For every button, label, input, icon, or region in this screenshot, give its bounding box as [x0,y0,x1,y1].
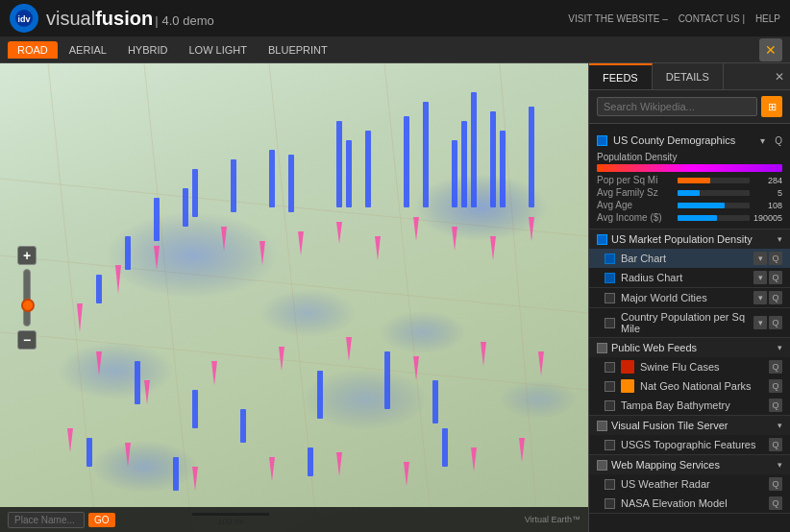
demographics-header[interactable]: US County Demographics ▾ Q [597,132,782,149]
search-input[interactable] [597,97,757,116]
radius-chart-checkbox[interactable] [605,273,615,283]
swine-flu-query-btn[interactable]: Q [769,360,782,374]
demographics-checkbox[interactable] [597,135,607,146]
svg-marker-59 [96,351,102,375]
vf-tile-chevron[interactable]: ▾ [778,421,782,430]
zoom-thumb [21,299,35,312]
feed-group-header-public-web[interactable]: Public Web Feeds ▾ [589,338,790,357]
contact-us-link[interactable]: CONTACT US [679,13,740,24]
demographics-settings-icon[interactable]: Q [775,135,782,146]
public-web-checkbox[interactable] [597,343,607,353]
usgs-checkbox[interactable] [605,440,615,450]
stat-bar-family [678,190,750,196]
feed-group-header-vf-tile[interactable]: Visual Fusion Tile Server ▾ [589,416,790,435]
feed-group-header-web-mapping[interactable]: Web Mapping Services ▾ [589,455,790,474]
demographics-expand[interactable]: ▾ [760,135,765,146]
usgs-query-btn[interactable]: Q [769,438,782,451]
bar-chart-query-btn[interactable]: Q [769,252,782,265]
major-cities-expand-btn[interactable]: ▾ [753,291,767,304]
nat-geo-query-btn[interactable]: Q [769,379,782,393]
map-bottom-bar: GO Virtual Earth™ [0,507,588,532]
tampa-bay-label: Tampa Bay Bathymetry [621,399,763,411]
tab-details[interactable]: DETAILS [653,63,724,89]
country-pop-query-btn[interactable]: Q [769,316,782,329]
logo-visual: visual [46,8,95,29]
nasa-elev-query-btn[interactable]: Q [769,496,782,510]
svg-point-11 [106,212,279,299]
tab-road[interactable]: ROAD [8,41,58,59]
logo-icon: idv [10,4,38,33]
nat-geo-checkbox[interactable] [605,381,615,392]
major-cities-checkbox[interactable] [605,293,615,303]
tab-low-light[interactable]: LOW LIGHT [179,41,257,59]
nat-geo-label: Nat Geo National Parks [640,380,763,392]
feed-group-us-market: US Market Population Density ▾ Bar Chart… [589,230,790,288]
feed-group-web-mapping: Web Mapping Services ▾ US Weather Radar … [589,455,790,514]
zoom-track[interactable] [23,269,31,326]
search-go-button[interactable]: ⊞ [761,96,782,117]
settings-button[interactable]: ✕ [759,38,782,61]
svg-point-17 [500,380,577,419]
stat-value-family: 5 [753,188,782,198]
svg-marker-49 [154,246,160,270]
major-cities-query-btn[interactable]: Q [769,291,782,304]
tab-hybrid[interactable]: HYBRID [118,41,178,59]
svg-marker-52 [298,231,304,255]
public-web-chevron[interactable]: ▾ [778,343,782,352]
app-header: idv visualfusion|4.0 demo VISIT THE WEBS… [0,0,790,36]
radius-chart-expand-btn[interactable]: ▾ [753,271,767,284]
feed-item-major-cities[interactable]: Major World Cities ▾ Q [589,288,790,308]
place-go-button[interactable]: GO [88,513,115,527]
help-link[interactable]: HELP [755,13,780,24]
zoom-in-button[interactable]: + [17,246,37,265]
feed-item-radius-chart[interactable]: Radius Chart ▾ Q [589,268,790,287]
us-market-label: US Market Population Density [611,233,753,245]
tampa-bay-query-btn[interactable]: Q [769,399,782,412]
tab-feeds[interactable]: FEEDS [589,63,653,89]
zoom-out-button[interactable]: − [17,330,37,350]
nasa-elev-actions: Q [769,496,782,510]
tab-aerial[interactable]: AERIAL [60,41,116,59]
svg-marker-71 [336,452,342,476]
country-pop-checkbox[interactable] [605,318,615,328]
web-mapping-checkbox[interactable] [597,460,607,471]
map-area[interactable]: 100 mi + − GO Virtual Earth™ [0,63,588,532]
feed-item-nasa-elev[interactable]: NASA Elevation Model Q [589,494,790,513]
swine-flu-checkbox[interactable] [605,362,615,373]
demographics-title: US County Demographics [613,134,735,146]
place-name-input[interactable] [8,512,85,528]
bar-chart-actions: ▾ Q [753,252,782,265]
density-label: Population Density [597,152,782,162]
feed-item-bar-chart[interactable]: Bar Chart ▾ Q [589,249,790,268]
bar-chart-checkbox[interactable] [605,254,615,264]
svg-line-8 [384,63,432,532]
feed-item-tampa-bay[interactable]: Tampa Bay Bathymetry Q [589,396,790,415]
tab-blueprint[interactable]: BLUEPRINT [259,41,337,59]
tampa-bay-checkbox[interactable] [605,400,615,411]
svg-marker-74 [519,438,525,462]
svg-rect-22 [500,131,506,207]
svg-rect-27 [192,169,198,217]
us-market-chevron[interactable]: ▾ [778,234,782,244]
feed-group-header-us-market[interactable]: US Market Population Density ▾ [589,230,790,249]
panel-close-button[interactable]: ✕ [769,63,790,89]
us-weather-query-btn[interactable]: Q [769,477,782,491]
visit-website-link[interactable]: VISIT THE WEBSITE [568,13,659,24]
feed-item-country-pop[interactable]: Country Population per Sq Mile ▾ Q [589,308,790,338]
search-area: ⊞ [589,90,790,124]
country-pop-expand-btn[interactable]: ▾ [753,316,767,329]
feed-item-us-weather[interactable]: US Weather Radar Q [589,474,790,494]
svg-marker-65 [481,342,486,366]
feed-item-nat-geo[interactable]: Nat Geo National Parks Q [589,376,790,396]
vf-tile-checkbox[interactable] [597,421,607,431]
svg-rect-36 [96,275,102,303]
feed-item-usgs[interactable]: USGS Topographic Features Q [589,435,790,454]
web-mapping-chevron[interactable]: ▾ [778,460,782,470]
radius-chart-query-btn[interactable]: Q [769,271,782,284]
us-market-checkbox[interactable] [597,234,607,245]
svg-rect-28 [183,188,188,227]
nasa-elev-checkbox[interactable] [605,498,615,509]
bar-chart-expand-btn[interactable]: ▾ [753,252,767,265]
us-weather-checkbox[interactable] [605,479,615,490]
feed-item-swine-flu[interactable]: Swine Flu Cases Q [589,357,790,376]
